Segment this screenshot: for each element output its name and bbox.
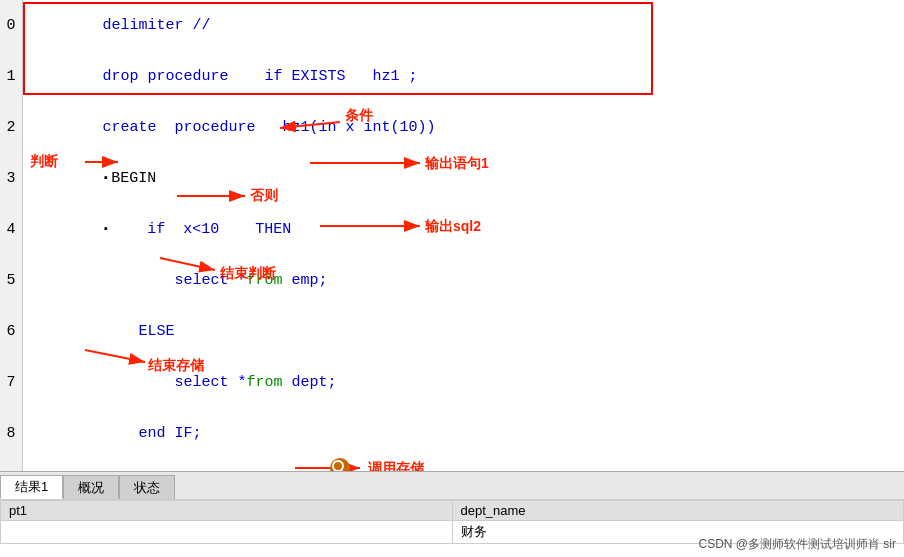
line-number: 4 [0,204,22,255]
line-content[interactable]: end IF; [22,408,904,459]
code-line-3: 3 ▪BEGIN [0,153,904,204]
line-number: 9 [0,459,22,471]
code-token: delimiter // [103,17,211,34]
code-token: ELSE [103,323,175,340]
line-number: 3 [0,153,22,204]
tabs-bar: 结果1 概况 状态 [0,471,904,499]
cell-empty [1,521,453,544]
code-token: create procedure hz1(in x int(10)) [103,119,436,136]
line-content[interactable]: ▪BEGIN [22,153,904,204]
line-number: 1 [0,51,22,102]
line-number: 0 [0,0,22,51]
table-row: 财务 [1,521,904,544]
column-header-pt1: pt1 [1,501,453,521]
tab-status[interactable]: 状态 [119,475,175,499]
line-content[interactable] [22,459,904,471]
cell-dept: 财务 [452,521,904,544]
tab-results1[interactable]: 结果1 [0,475,63,499]
code-token: BEGIN [111,170,156,187]
code-token: drop procedure if EXISTS hz1 ; [103,68,418,85]
code-line-5: 5 select *from emp; [0,255,904,306]
code-line-1: 1 drop procedure if EXISTS hz1 ; [0,51,904,102]
code-token: end IF; [103,425,202,442]
code-token: if x<10 THEN [111,221,291,238]
results-table: pt1 dept_name 财务 [0,500,904,544]
code-token-from: from [247,374,283,391]
code-line-2: 2 create procedure hz1(in x int(10)) [0,102,904,153]
code-line-6: 6 ELSE [0,306,904,357]
line-content[interactable]: create procedure hz1(in x int(10)) [22,102,904,153]
line-number: 2 [0,102,22,153]
tab-label: 结果1 [15,478,48,496]
line-content[interactable]: delimiter // [22,0,904,51]
tab-label: 状态 [134,479,160,497]
line-content[interactable]: ELSE [22,306,904,357]
line-content[interactable]: ▪ if x<10 THEN [22,204,904,255]
line-content[interactable]: select *from emp; [22,255,904,306]
code-table: 0 delimiter // 1 drop procedure if EXIST… [0,0,904,471]
code-line-0: 0 delimiter // [0,0,904,51]
code-token: select * [103,272,247,289]
line-content[interactable]: select *from dept; [22,357,904,408]
code-token-from: from [247,272,283,289]
line-number: 7 [0,357,22,408]
line-number: 5 [0,255,22,306]
results-panel: pt1 dept_name 财务 CSDN @多测师软件测试培训师肖 sir [0,499,904,557]
code-line-7: 7 select *from dept; [0,357,904,408]
code-line-9: 9 [0,459,904,471]
tab-overview[interactable]: 概况 [63,475,119,499]
code-token: dept; [283,374,337,391]
line-content[interactable]: drop procedure if EXISTS hz1 ; [22,51,904,102]
code-line-4: 4 ▪ if x<10 THEN [0,204,904,255]
code-line-8: 8 end IF; [0,408,904,459]
code-token: select * [103,374,247,391]
tab-label: 概况 [78,479,104,497]
line-number: 8 [0,408,22,459]
code-editor: 条件 判断 输出语句1 否则 输出sql2 结束判断 结束存储 调用存储 0 [0,0,904,471]
code-token: emp; [283,272,328,289]
column-header-dept-name: dept_name [452,501,904,521]
line-number: 6 [0,306,22,357]
